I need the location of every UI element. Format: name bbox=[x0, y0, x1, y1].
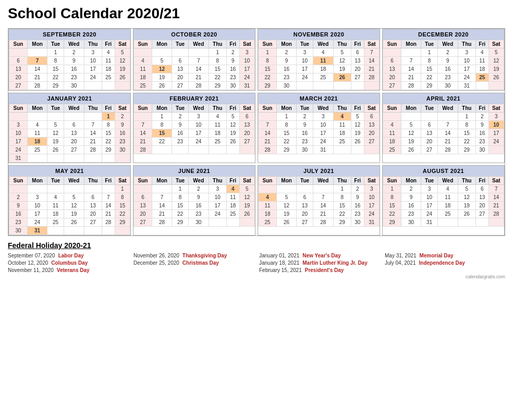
day-cell: 3 bbox=[458, 48, 475, 57]
day-cell: 29 bbox=[102, 146, 115, 154]
day-cell: 3 bbox=[239, 48, 254, 57]
day-cell: 6 bbox=[383, 57, 401, 65]
day-cell: 14 bbox=[152, 202, 172, 210]
day-cell bbox=[64, 113, 84, 121]
day-cell: 3 bbox=[297, 48, 313, 57]
day-cell bbox=[102, 82, 115, 90]
day-cell: 16 bbox=[9, 210, 28, 218]
day-cell bbox=[226, 218, 239, 227]
day-cell: 13 bbox=[134, 202, 152, 210]
day-cell: 10 bbox=[209, 193, 226, 202]
day-cell: 18 bbox=[383, 138, 401, 146]
day-cell: 30 bbox=[437, 82, 458, 90]
day-cell: 20 bbox=[239, 129, 254, 138]
day-cell: 28 bbox=[488, 210, 504, 218]
day-header-Sun: Sun bbox=[383, 40, 401, 48]
day-cell: 1 bbox=[421, 48, 438, 57]
watermark: calendargratis.com bbox=[8, 274, 505, 279]
day-cell: 25 bbox=[383, 146, 401, 154]
day-cell: 19 bbox=[401, 138, 421, 146]
day-cell: 4 bbox=[437, 185, 458, 193]
day-cell: 18 bbox=[47, 210, 64, 218]
day-cell bbox=[277, 185, 297, 193]
day-cell: 5 bbox=[239, 185, 254, 193]
day-cell: 9 bbox=[351, 193, 364, 202]
day-cell bbox=[115, 227, 130, 235]
day-cell: 2 bbox=[297, 113, 313, 121]
day-cell: 30 bbox=[226, 82, 239, 90]
day-cell: 9 bbox=[172, 121, 189, 129]
day-cell: 24 bbox=[188, 138, 209, 146]
day-cell: 27 bbox=[84, 218, 102, 227]
holiday-name: Memorial Day bbox=[420, 253, 454, 258]
day-cell: 26 bbox=[351, 138, 364, 146]
month-table-11: SunMonTueWedThuFriSat1234567891011121314… bbox=[383, 176, 504, 227]
day-cell: 12 bbox=[47, 129, 64, 138]
day-cell: 22 bbox=[383, 210, 401, 218]
day-cell: 25 bbox=[475, 73, 488, 82]
day-cell: 8 bbox=[259, 57, 277, 65]
day-header-Wed: Wed bbox=[313, 177, 333, 185]
day-cell: 31 bbox=[313, 146, 333, 154]
day-cell: 10 bbox=[239, 57, 254, 65]
day-cell bbox=[364, 82, 379, 90]
day-cell: 27 bbox=[364, 138, 379, 146]
day-cell: 18 bbox=[333, 129, 351, 138]
day-header-Wed: Wed bbox=[313, 40, 333, 48]
day-header-Sun: Sun bbox=[134, 177, 152, 185]
day-cell: 6 bbox=[172, 57, 189, 65]
day-header-Sun: Sun bbox=[9, 104, 28, 113]
day-cell: 3 bbox=[488, 113, 504, 121]
day-cell: 27 bbox=[351, 73, 364, 82]
day-cell: 5 bbox=[47, 121, 64, 129]
month-header-3: DECEMBER 2020 bbox=[383, 29, 504, 40]
day-cell bbox=[172, 146, 189, 154]
day-cell: 2 bbox=[226, 48, 239, 57]
day-cell: 22 bbox=[333, 210, 351, 218]
day-header-Sat: Sat bbox=[364, 177, 379, 185]
holidays-title: Federal Holiday 2020-21 bbox=[8, 241, 505, 250]
day-cell: 4 bbox=[333, 113, 351, 121]
day-cell bbox=[84, 82, 102, 90]
day-header-Thu: Thu bbox=[458, 177, 475, 185]
day-cell: 14 bbox=[488, 193, 504, 202]
day-header-Tue: Tue bbox=[421, 40, 438, 48]
day-header-Fri: Fri bbox=[102, 40, 115, 48]
day-cell: 28 bbox=[313, 218, 333, 227]
day-header-Sun: Sun bbox=[9, 177, 28, 185]
month-table-2: SunMonTueWedThuFriSat1234567891011121314… bbox=[258, 40, 380, 90]
holidays-grid: September 07, 2020Labor DayOctober 12, 2… bbox=[8, 253, 505, 273]
day-cell: 4 bbox=[209, 113, 226, 121]
day-cell: 1 bbox=[209, 48, 226, 57]
day-cell bbox=[102, 154, 115, 163]
day-cell: 17 bbox=[209, 202, 226, 210]
day-cell: 21 bbox=[437, 138, 458, 146]
day-cell bbox=[313, 82, 333, 90]
day-cell: 6 bbox=[134, 193, 152, 202]
day-cell bbox=[152, 146, 172, 154]
day-header-Thu: Thu bbox=[458, 104, 475, 113]
day-cell: 23 bbox=[188, 210, 209, 218]
day-cell: 29 bbox=[333, 218, 351, 227]
day-cell: 15 bbox=[458, 129, 475, 138]
day-cell: 17 bbox=[28, 210, 47, 218]
day-cell: 16 bbox=[277, 65, 297, 73]
day-cell: 9 bbox=[188, 193, 209, 202]
day-cell bbox=[383, 48, 401, 57]
day-cell bbox=[134, 185, 152, 193]
day-cell: 5 bbox=[115, 48, 130, 57]
day-cell: 28 bbox=[152, 218, 172, 227]
day-cell: 6 bbox=[239, 113, 254, 121]
day-header-Sun: Sun bbox=[134, 104, 152, 113]
month-header-6: MARCH 2021 bbox=[258, 93, 380, 104]
day-cell: 24 bbox=[364, 210, 379, 218]
day-cell bbox=[401, 113, 421, 121]
holiday-column-0: September 07, 2020Labor DayOctober 12, 2… bbox=[8, 253, 128, 273]
day-header-Sun: Sun bbox=[259, 177, 277, 185]
day-cell: 27 bbox=[64, 146, 84, 154]
day-cell: 4 bbox=[313, 48, 333, 57]
holiday-entry: May 31, 2021Memorial Day bbox=[385, 253, 505, 258]
month-block-11: AUGUST 2021SunMonTueWedThuFriSat12345678… bbox=[382, 165, 505, 236]
day-cell: 22 bbox=[47, 73, 64, 82]
day-header-Tue: Tue bbox=[172, 177, 189, 185]
